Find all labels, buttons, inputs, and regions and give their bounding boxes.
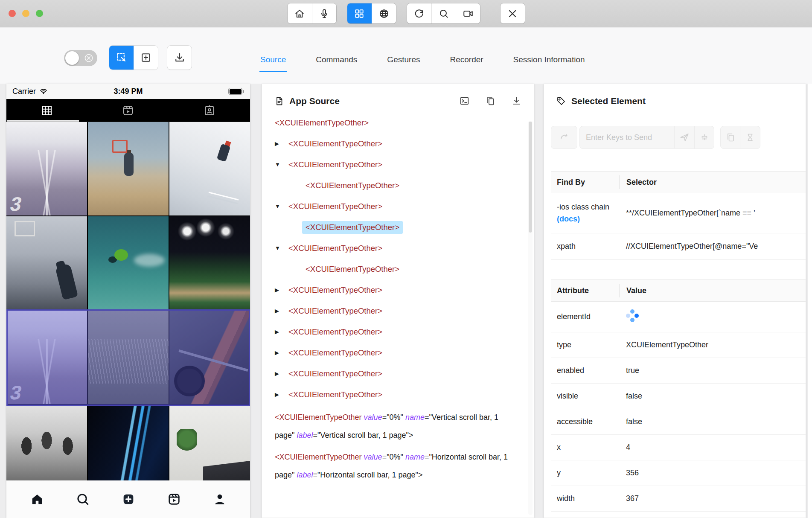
tree-node[interactable]: ▼<XCUIElementTypeOther> [275,196,525,217]
collapse-icon[interactable]: ▼ [275,245,288,251]
expand-icon[interactable]: ▶ [275,349,288,356]
toggle-off-icon [84,53,94,63]
home-icon [294,8,305,19]
tab-commands[interactable]: Commands [315,55,358,72]
search-button[interactable] [431,3,456,23]
wait-for-element-button[interactable] [740,126,760,149]
window-zoom-button[interactable] [36,10,43,17]
select-element-icon [116,52,128,64]
swipe-by-coordinates-button[interactable] [134,46,158,70]
expand-icon[interactable]: ▶ [275,370,288,377]
download-screenshot-button[interactable] [167,46,192,70]
tree-node[interactable]: <XCUIElementTypeOther> [275,175,525,196]
tap-element-button[interactable] [551,126,577,149]
refresh-button[interactable] [407,3,431,23]
photo-outdoor-basketball[interactable] [88,122,169,215]
home-button[interactable] [288,3,312,23]
download-icon [511,96,522,106]
xml-source-line: <XCUIElementTypeOther value="0%" name="V… [275,408,520,445]
tab-recorder[interactable]: Recorder [449,55,484,72]
profile-tab-tagged[interactable] [169,99,250,122]
xml-source-line: <XCUIElementTypeOther value="0%" name="H… [275,448,520,484]
tree-node[interactable]: ▶<XCUIElementTypeOther> [275,133,525,154]
tab-gestures[interactable]: Gestures [386,55,421,72]
screen-recording-button[interactable] [456,3,480,23]
right-edge-panel-sliver [808,84,812,518]
traffic-lights [9,10,43,17]
tree-node[interactable]: ▶<XCUIElementTypeOther> [275,342,525,363]
globe-button[interactable] [372,3,396,23]
scrollbar-thumb[interactable] [529,122,532,233]
copy-attributes-button[interactable] [720,126,740,149]
tree-node[interactable]: <XCUIElementTypeOther> [275,259,525,279]
screenshot-interaction-toggle[interactable] [64,50,97,66]
attribute-row: accessible false [551,409,806,435]
phone-bottom-nav [6,480,250,518]
tree-node[interactable]: ▶<XCUIElementTypeOther> [275,363,525,384]
nav-reels-icon[interactable] [167,492,181,506]
photo-swimmer-green-cap[interactable] [88,216,169,310]
source-scrollbar [528,121,533,515]
clear-button[interactable] [695,126,714,149]
phone-screen[interactable] [6,99,250,518]
tree-node[interactable]: ▶<XCUIElementTypeOther> [275,321,525,342]
microphone-button[interactable] [312,3,336,23]
expand-icon[interactable]: ▶ [275,140,288,147]
tree-node[interactable]: ▶<XCUIElementTypeOther> [275,300,525,321]
photo-basketball-dunk[interactable] [6,216,87,310]
attribute-row: type XCUIElementTypeOther [551,332,806,358]
select-elements-button[interactable] [109,46,134,70]
app-source-header: App Source [262,84,534,118]
nav-create-icon[interactable] [121,492,136,506]
expand-icon[interactable]: ▶ [275,391,288,398]
copy-icon [485,96,496,106]
attribute-row: y 356 [551,460,806,486]
app-source-title: App Source [289,96,340,106]
send-icon [679,132,690,143]
download-icon [174,52,186,64]
nav-profile-icon[interactable] [212,492,227,506]
toggle-console-button[interactable] [459,96,470,106]
carrier-label: Carrier [12,87,36,96]
tab-session-information[interactable]: Session Information [512,55,586,72]
download-source-button[interactable] [511,96,522,106]
selector-value: **/XCUIElementTypeOther[`name == ' [619,209,806,218]
tab-source[interactable]: Source [259,55,287,72]
apps-grid-button[interactable] [347,3,372,23]
send-keys-input[interactable] [579,126,675,149]
main-toolbar [288,3,525,23]
window-titlebar [0,0,812,27]
close-session-button[interactable] [501,3,525,23]
plus-box-icon [140,52,152,64]
photo-skier-red-helmet[interactable] [169,122,250,215]
search-icon [438,8,449,19]
window-minimize-button[interactable] [22,10,29,17]
tree-node[interactable]: ▶<XCUIElementTypeOther> [275,279,525,300]
expand-icon[interactable]: ▶ [275,287,288,293]
photo-baseball-stadium-night[interactable] [169,216,250,310]
nav-home-icon[interactable] [30,492,44,506]
send-keys-button[interactable] [675,126,695,149]
collapse-icon[interactable]: ▼ [275,203,288,210]
tree-node-selected[interactable]: <XCUIElementTypeOther> [275,217,525,238]
attribute-row: enabled true [551,358,806,384]
tree-node[interactable]: <XCUIElementTypeOther> [275,118,525,133]
interaction-mode-group [109,46,158,70]
expand-icon[interactable]: ▶ [275,329,288,335]
profile-tab-reels[interactable] [87,99,169,122]
microphone-icon [319,8,330,19]
profile-tab-grid[interactable] [6,99,87,122]
attribute-row: width 367 [551,486,806,512]
expand-icon[interactable]: ▶ [275,308,288,314]
nav-search-icon[interactable] [76,492,90,506]
find-by-row: -ios class chain (docs) **/XCUIElementTy… [551,193,806,233]
window-close-button[interactable] [9,10,16,17]
photo-foggy-running-track[interactable] [6,122,87,215]
value-header: Value [619,284,806,297]
collapse-icon[interactable]: ▼ [275,161,288,168]
copy-source-button[interactable] [485,96,496,106]
tree-node[interactable]: ▼<XCUIElementTypeOther> [275,238,525,259]
docs-link[interactable]: (docs) [557,215,580,223]
tree-node[interactable]: ▼<XCUIElementTypeOther> [275,154,525,175]
tree-node[interactable]: ▶<XCUIElementTypeOther> [275,384,525,405]
